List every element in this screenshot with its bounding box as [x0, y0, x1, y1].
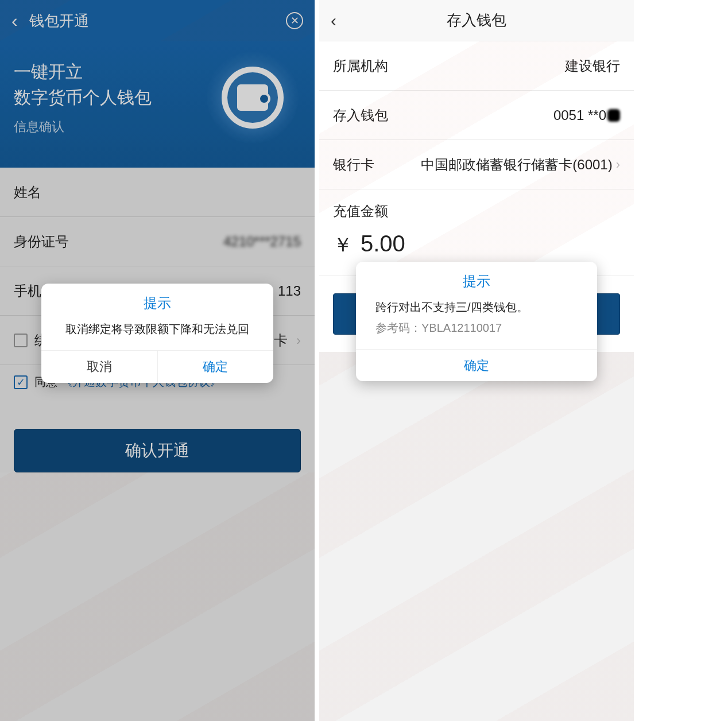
hero: 一键开立 数字货币个人钱包 信息确认: [0, 41, 315, 168]
left-header: ‹ 钱包开通 ✕: [0, 0, 315, 41]
bind-checkbox[interactable]: [14, 334, 28, 347]
card-label: 银行卡: [333, 156, 374, 174]
close-icon[interactable]: ✕: [286, 12, 303, 29]
left-dialog: 提示 取消绑定将导致限额下降和无法兑回 取消 确定: [41, 284, 273, 383]
right-screen: ‹ 存入钱包 所属机构 建设银行 存入钱包 0051 **0 银行卡 中国邮政储…: [319, 0, 634, 721]
right-dialog: 提示 跨行对出不支持三/四类钱包。 参考码：YBLA12110017 确定: [356, 262, 597, 381]
dialog-title: 提示: [41, 284, 273, 317]
dialog-body: 跨行对出不支持三/四类钱包。 参考码：YBLA12110017: [356, 295, 597, 349]
phone-label: 手机: [14, 282, 41, 300]
row-deposit-wallet[interactable]: 存入钱包 0051 **0: [319, 91, 634, 140]
card-value: 中国邮政储蓄银行储蓄卡(6001) ›: [421, 156, 620, 174]
ok-button[interactable]: 确定: [356, 349, 597, 381]
back-icon[interactable]: ‹: [331, 11, 336, 30]
dialog-actions: 取消 确定: [41, 350, 273, 383]
bind-value: 卡 ›: [274, 331, 301, 350]
ok-button[interactable]: 确定: [158, 351, 274, 383]
dialog-body: 取消绑定将导致限额下降和无法兑回: [41, 317, 273, 350]
right-header-title: 存入钱包: [447, 10, 506, 30]
confirm-open-button[interactable]: 确认开通: [14, 429, 301, 472]
agree-checkbox[interactable]: [14, 375, 28, 389]
row-id[interactable]: 身份证号 4210***2715: [0, 217, 315, 266]
left-header-title: 钱包开通: [29, 11, 286, 31]
currency-icon: ￥: [333, 232, 353, 258]
cancel-button[interactable]: 取消: [41, 351, 158, 383]
phone-value: 113: [278, 283, 301, 299]
id-label: 身份证号: [14, 232, 69, 251]
redact-icon: [607, 109, 620, 122]
dialog-ref: 参考码：YBLA12110017: [375, 319, 578, 336]
left-screen: ‹ 钱包开通 ✕ 一键开立 数字货币个人钱包 信息确认 姓名 身份证号 4210…: [0, 0, 315, 721]
row-org[interactable]: 所属机构 建设银行: [319, 41, 634, 91]
back-icon[interactable]: ‹: [11, 10, 18, 32]
chevron-right-icon: ›: [296, 332, 301, 348]
id-value: 4210***2715: [223, 234, 301, 250]
row-bank-card[interactable]: 银行卡 中国邮政储蓄银行储蓄卡(6001) ›: [319, 140, 634, 189]
org-value: 建设银行: [565, 57, 620, 75]
amount-label: 充值金额: [319, 189, 634, 224]
row-name[interactable]: 姓名: [0, 168, 315, 217]
org-label: 所属机构: [333, 57, 388, 75]
wallet-value: 0051 **0: [553, 107, 620, 123]
wallet-badge-icon: [207, 52, 299, 144]
chevron-right-icon: ›: [616, 157, 620, 172]
dialog-title: 提示: [356, 262, 597, 295]
name-label: 姓名: [14, 183, 41, 201]
amount-value: 5.00: [361, 231, 405, 257]
wallet-label: 存入钱包: [333, 106, 388, 125]
right-header: ‹ 存入钱包: [319, 0, 634, 41]
